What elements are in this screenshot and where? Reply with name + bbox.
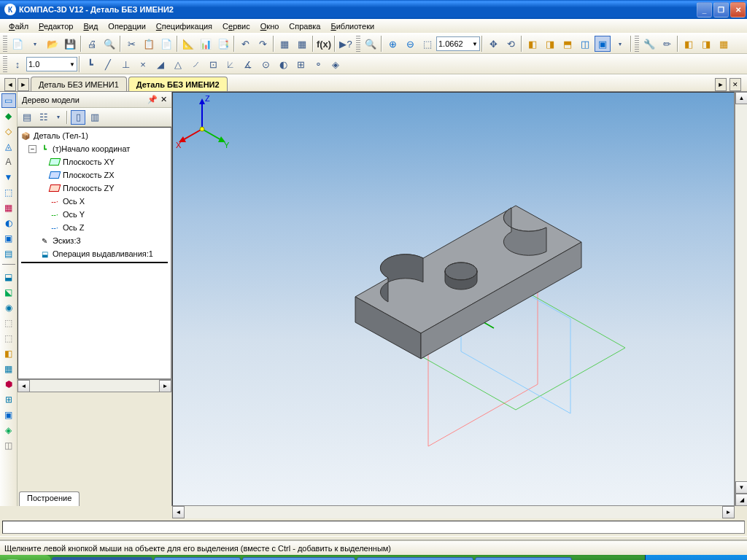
menu-spec[interactable]: Спецификация (152, 20, 217, 32)
doc-tab-1[interactable]: Деталь БЕЗ ИМЕНИ1 (31, 77, 127, 91)
pin-icon[interactable]: 📌 (147, 95, 158, 104)
start-button[interactable]: Пуск (0, 555, 51, 560)
lt-cut[interactable]: ⬕ (1, 285, 16, 300)
lt-6[interactable]: ⬚ (1, 185, 16, 200)
hscroll-left[interactable]: ◄ (172, 506, 185, 518)
hscroll-right[interactable]: ► (722, 506, 735, 518)
lt-sketch[interactable]: ▭ (1, 93, 16, 108)
close-button[interactable]: ✕ (730, 2, 746, 18)
tool-x[interactable]: 🔧 (641, 36, 657, 52)
view-iso-button[interactable]: ◧ (525, 36, 541, 52)
tb2-10[interactable]: ∡ (240, 56, 256, 72)
tb-c[interactable]: 📑 (215, 36, 231, 52)
tb2-11[interactable]: ⊙ (258, 56, 274, 72)
menu-edit[interactable]: Редактор (34, 20, 77, 32)
tree-tab-build[interactable]: Построение (19, 491, 80, 506)
print-button[interactable]: 🖨 (84, 36, 100, 52)
lt-12[interactable]: ⬚ (1, 316, 16, 330)
cut-button[interactable]: ✂ (123, 36, 139, 52)
menu-file[interactable]: Файл (4, 20, 33, 32)
rotate-button[interactable]: ⟲ (503, 36, 519, 52)
lt-15[interactable]: ▦ (1, 362, 16, 376)
tb2-2[interactable]: ╱ (100, 56, 116, 72)
tb2-9[interactable]: ⟀ (222, 56, 239, 72)
new-button[interactable]: 📄 (9, 36, 26, 52)
tt-1[interactable]: ▤ (20, 110, 34, 125)
zoom-out-button[interactable]: ⊖ (402, 36, 418, 52)
pan-button[interactable]: ✥ (485, 36, 501, 52)
tree-hscrollbar[interactable]: ◄► (18, 379, 171, 392)
viewport-3d[interactable]: Z X Y (172, 92, 735, 506)
lt-7[interactable]: ▦ (1, 201, 16, 215)
lt-17[interactable]: ⊞ (1, 392, 16, 407)
view-shaded-button[interactable]: ▣ (595, 36, 611, 52)
zoom-combo[interactable]: 1.0662▼ (436, 36, 480, 51)
tb2-12[interactable]: ◐ (275, 56, 291, 72)
tb2-1[interactable]: ┗ (82, 56, 98, 72)
lt-20[interactable]: ◫ (1, 438, 16, 453)
redo-button[interactable]: ↷ (255, 36, 271, 52)
tool-z1[interactable]: ◧ (681, 36, 697, 52)
tb2-8[interactable]: ⊡ (205, 56, 221, 72)
lt-14[interactable]: ◧ (1, 346, 16, 361)
task-item[interactable]: 🟦КОМПАС-3D V12 - ... (52, 557, 152, 560)
tb-d[interactable]: ▦ (276, 36, 293, 52)
copy-button[interactable]: 📋 (141, 36, 157, 52)
lt-10[interactable]: ▤ (1, 246, 16, 261)
tb2-a[interactable]: ↕ (9, 56, 26, 72)
command-input[interactable] (2, 521, 745, 534)
task-item[interactable]: 🟦КОМПАС-3D V12 (154, 557, 241, 560)
menu-libraries[interactable]: Библиотеки (326, 20, 379, 32)
lt-5[interactable]: ▼ (1, 170, 16, 184)
lt-8[interactable]: ◐ (1, 216, 16, 230)
tb2-14[interactable]: ⚬ (310, 56, 326, 72)
task-item[interactable]: 📁D:\Модели для Татьян... (242, 557, 355, 560)
zoom-window-button[interactable]: ⬚ (419, 36, 436, 52)
tree-content[interactable]: 📦Деталь (Тел-1) −┗(т)Начало координат Пл… (18, 127, 171, 379)
lt-extrude[interactable]: ⬓ (1, 270, 16, 284)
tb2-3[interactable]: ⊥ (117, 56, 133, 72)
tb2-15[interactable]: ◈ (328, 56, 344, 72)
task-item[interactable]: 🎨Безымянный - Paint (475, 557, 572, 560)
tree-close-icon[interactable]: ✕ (160, 95, 167, 104)
lt-16[interactable]: ⬢ (1, 377, 16, 392)
tool-z2[interactable]: ◨ (698, 36, 714, 52)
paste-button[interactable]: 📄 (158, 36, 174, 52)
grip-icon[interactable] (3, 56, 7, 72)
tt-2[interactable]: ☷ (36, 110, 51, 125)
tb2-5[interactable]: ◢ (152, 56, 169, 72)
help-cursor[interactable]: ▶? (338, 36, 354, 52)
tab-scroll-right[interactable]: ► (715, 78, 727, 91)
grip-icon[interactable] (635, 36, 639, 52)
lt-3[interactable]: ◬ (1, 139, 16, 154)
lt-19[interactable]: ◈ (1, 423, 16, 438)
preview-button[interactable]: 🔍 (101, 36, 117, 52)
tb2-13[interactable]: ⊞ (293, 56, 309, 72)
view-c[interactable]: ◫ (577, 36, 593, 52)
tb-e[interactable]: ▦ (294, 36, 310, 52)
tb2-7[interactable]: ⟋ (187, 56, 204, 72)
undo-button[interactable]: ↶ (237, 36, 253, 52)
tab-next-button[interactable]: ► (18, 78, 29, 91)
lt-18[interactable]: ▣ (1, 408, 16, 422)
tb2-6[interactable]: △ (170, 56, 186, 72)
restore-button[interactable]: ❐ (713, 2, 729, 18)
view-b[interactable]: ⬒ (560, 36, 576, 52)
tb-fx[interactable]: f(x) (316, 36, 332, 52)
system-tray[interactable]: « K ovi Ru 🌐 13:25 (645, 555, 747, 560)
tool-z3[interactable]: ▦ (716, 36, 732, 52)
lt-1[interactable]: ◆ (1, 109, 16, 123)
menu-window[interactable]: Окно (256, 20, 284, 32)
viewport-vscrollbar[interactable]: ▲▼ ◢ (735, 92, 747, 506)
save-button[interactable]: 💾 (62, 36, 78, 52)
tab-prev-button[interactable]: ◄ (4, 78, 16, 91)
tb2-4[interactable]: × (135, 56, 151, 72)
view-d[interactable]: ▾ (612, 36, 628, 52)
hscroll-track[interactable] (185, 506, 722, 518)
zoom-in-button[interactable]: ⊕ (384, 36, 400, 52)
tt-dd[interactable]: ▾ (53, 110, 63, 125)
lt-11[interactable]: ◉ (1, 300, 16, 315)
lt-13[interactable]: ⬚ (1, 331, 16, 346)
task-item[interactable]: 📘Методичка_КОМПАС.do... (357, 557, 473, 560)
lt-2[interactable]: ◇ (1, 124, 16, 139)
